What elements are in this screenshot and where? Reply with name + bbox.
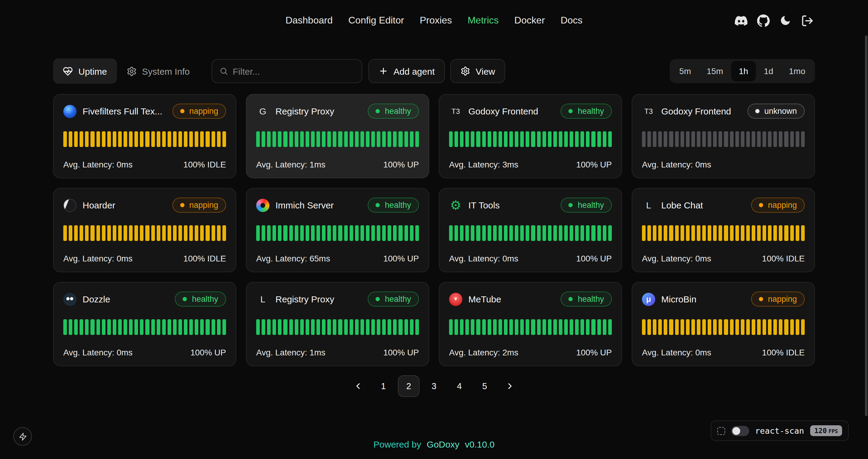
uptime-bar: [569, 131, 573, 147]
time-range-1d[interactable]: 1d: [756, 61, 781, 81]
uptime-bar: [211, 319, 215, 335]
tab-system-info[interactable]: System Info: [117, 59, 199, 84]
uptime-bar: [256, 319, 260, 335]
uptime-bar: [569, 319, 573, 335]
service-card-fivefilters-full-tex[interactable]: Fivefilters Full Tex...nappingAvg. Laten…: [53, 94, 236, 178]
uptime-bar: [719, 131, 722, 147]
logout-button[interactable]: [801, 14, 814, 27]
service-card-godoxy-frontend[interactable]: T3Godoxy FrontendunknownAvg. Latency: 0m…: [632, 94, 815, 178]
uptime-bar: [586, 225, 590, 241]
view-button[interactable]: View: [450, 59, 505, 83]
page-button-4[interactable]: 4: [448, 375, 470, 397]
service-card-registry-proxy[interactable]: LRegistry ProxyhealthyAvg. Latency: 1ms1…: [246, 282, 429, 366]
nav-item-metrics[interactable]: Metrics: [467, 15, 498, 26]
card-header: Hoardernapping: [63, 198, 226, 212]
uptime-bar: [300, 319, 304, 335]
scrollbar-thumb[interactable]: [865, 36, 867, 416]
service-card-registry-proxy[interactable]: GRegistry ProxyhealthyAvg. Latency: 1ms1…: [246, 94, 429, 178]
card-header: GRegistry Proxyhealthy: [256, 104, 419, 119]
uptime-bar: [316, 131, 320, 147]
uptime-bar: [768, 131, 772, 147]
discord-link[interactable]: [735, 14, 747, 27]
uptime-bar: [80, 131, 84, 147]
uptime-bar: [531, 319, 535, 335]
uptime-bar: [91, 131, 94, 147]
latency-label: Avg. Latency: 0ms: [642, 254, 711, 263]
inspect-icon[interactable]: [717, 427, 725, 435]
uptime-bar: [294, 131, 298, 147]
status-dot: [759, 297, 763, 301]
uptime-bar: [779, 319, 783, 335]
uptime-bar: [653, 225, 656, 241]
godoxy-link[interactable]: GoDoxy: [427, 439, 459, 449]
uptime-bar: [752, 319, 755, 335]
latency-label: Avg. Latency: 0ms: [642, 348, 711, 357]
uptime-bar: [476, 225, 480, 241]
time-range-1h[interactable]: 1h: [731, 61, 756, 81]
time-range-5m[interactable]: 5m: [672, 61, 699, 81]
uptime-bar: [553, 131, 557, 147]
status-label: healthy: [578, 107, 604, 116]
status-badge: healthy: [368, 198, 419, 212]
service-card-immich-server[interactable]: Immich ServerhealthyAvg. Latency: 65ms10…: [246, 188, 429, 272]
page-button-5[interactable]: 5: [474, 375, 495, 397]
dark-mode-toggle[interactable]: [779, 14, 792, 27]
uptime-bar: [404, 131, 408, 147]
status-label: healthy: [192, 295, 218, 304]
service-card-it-tools[interactable]: IT ToolshealthyAvg. Latency: 0ms100% UP: [439, 188, 622, 272]
uptime-bar: [774, 319, 777, 335]
uptime-bar: [366, 131, 370, 147]
uptime-bar: [482, 131, 486, 147]
uptime-bar: [410, 225, 413, 241]
add-agent-button[interactable]: Add agent: [368, 59, 445, 83]
uptime-bar: [316, 319, 320, 335]
uptime-bar: [327, 319, 331, 335]
next-page-button[interactable]: [499, 375, 521, 397]
github-link[interactable]: [757, 14, 770, 27]
uptime-bar: [487, 319, 491, 335]
nav-item-dashboard[interactable]: Dashboard: [285, 15, 333, 26]
tab-uptime[interactable]: Uptime: [53, 59, 117, 84]
uptime-bar: [763, 225, 766, 241]
react-scan-toggle[interactable]: [731, 426, 749, 436]
uptime-bar: [189, 131, 193, 147]
time-range-15m[interactable]: 15m: [699, 61, 731, 81]
page-button-2[interactable]: 2: [398, 375, 420, 397]
view-label: View: [475, 66, 495, 76]
status-dot: [569, 109, 573, 113]
status-badge: healthy: [561, 292, 612, 306]
uptime-bar: [167, 319, 171, 335]
nav-item-proxies[interactable]: Proxies: [420, 15, 452, 26]
service-card-lobe-chat[interactable]: LLobe ChatnappingAvg. Latency: 0ms100% I…: [632, 188, 815, 272]
time-range-1mo[interactable]: 1mo: [781, 61, 813, 81]
uptime-bar: [746, 319, 750, 335]
uptime-bar: [768, 319, 772, 335]
uptime-bar: [91, 225, 94, 241]
uptime-bar: [493, 319, 497, 335]
uptime-bar: [493, 225, 497, 241]
uptime-bar: [779, 131, 783, 147]
page-button-1[interactable]: 1: [373, 375, 394, 397]
uptime-bar: [449, 225, 453, 241]
scrollbar[interactable]: [864, 0, 868, 459]
nav-item-docs[interactable]: Docs: [561, 15, 583, 26]
service-card-godoxy-frontend[interactable]: T3Godoxy FrontendhealthyAvg. Latency: 3m…: [439, 94, 622, 178]
card-footer: Avg. Latency: 0ms100% IDLE: [642, 348, 805, 357]
service-card-hoarder[interactable]: HoardernappingAvg. Latency: 0ms100% IDLE: [53, 188, 236, 272]
service-card-metube[interactable]: MeTubehealthyAvg. Latency: 2ms100% UP: [439, 282, 622, 366]
filter-input[interactable]: [233, 66, 354, 76]
uptime-bar: [74, 225, 78, 241]
uptime-bar: [548, 319, 551, 335]
prev-page-button[interactable]: [347, 375, 369, 397]
uptime-bar: [167, 131, 171, 147]
tab-uptime-label: Uptime: [79, 66, 107, 76]
page-button-3[interactable]: 3: [423, 375, 445, 397]
uptime-bars: [449, 319, 612, 335]
service-card-microbin[interactable]: MicroBinnappingAvg. Latency: 0ms100% IDL…: [632, 282, 815, 366]
version-link[interactable]: v0.10.0: [465, 439, 495, 449]
nav-item-docker[interactable]: Docker: [515, 15, 545, 26]
nav-item-config-editor[interactable]: Config Editor: [348, 15, 404, 26]
service-card-dozzle[interactable]: DozzlehealthyAvg. Latency: 0ms100% UP: [53, 282, 236, 366]
logout-icon: [801, 14, 814, 27]
uptime-bar: [482, 319, 486, 335]
